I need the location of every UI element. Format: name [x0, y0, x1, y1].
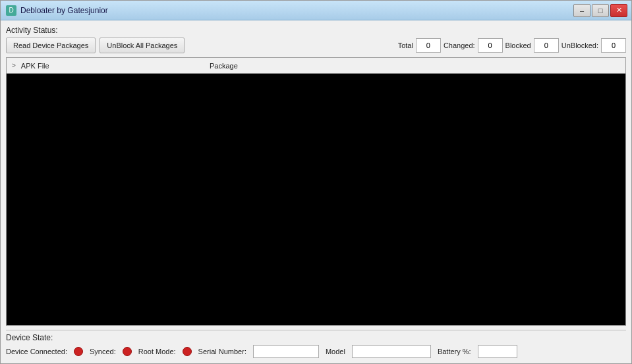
model-input[interactable]: [352, 345, 431, 358]
table-body[interactable]: [7, 74, 625, 325]
table-header: > APK File Package: [7, 58, 625, 74]
blocked-stat: Blocked: [505, 38, 559, 53]
total-label: Total: [398, 41, 413, 49]
serial-label: Serial Number:: [198, 348, 246, 355]
package-col-label: Package: [210, 62, 238, 70]
stats-group: Total Changed: Blocked UnBlocked:: [398, 38, 626, 53]
root-label: Root Mode:: [138, 348, 176, 355]
total-value[interactable]: [416, 38, 441, 53]
changed-value[interactable]: [478, 38, 503, 53]
device-state-label: Device State:: [6, 333, 626, 342]
main-content: Activity Status: Read Device Packages Un…: [1, 20, 631, 363]
title-bar-left: D Debloater by Gatesjunior: [6, 5, 108, 16]
unblocked-stat: UnBlocked:: [561, 38, 626, 53]
close-button[interactable]: ✕: [610, 4, 627, 17]
apk-col-label: APK File: [21, 62, 49, 70]
changed-label: Changed:: [444, 41, 475, 49]
changed-stat: Changed:: [444, 38, 503, 53]
minimize-button[interactable]: –: [573, 4, 590, 17]
serial-input[interactable]: [253, 345, 319, 358]
battery-input[interactable]: [478, 345, 517, 358]
unblocked-value[interactable]: [601, 38, 626, 53]
root-indicator: [183, 347, 192, 356]
synced-indicator: [123, 347, 132, 356]
activity-row: Read Device Packages UnBlock All Package…: [6, 38, 626, 53]
title-bar: D Debloater by Gatesjunior – □ ✕: [1, 1, 631, 20]
activity-section: Activity Status: Read Device Packages Un…: [6, 26, 626, 53]
battery-label: Battery %:: [438, 348, 471, 355]
total-stat: Total: [398, 38, 441, 53]
blocked-value[interactable]: [534, 38, 559, 53]
apk-column-header: > APK File: [9, 62, 207, 70]
device-state-row: Device Connected: Synced: Root Mode: Ser…: [6, 345, 626, 358]
window-title: Debloater by Gatesjunior: [20, 6, 108, 15]
device-state-section: Device State: Device Connected: Synced: …: [6, 330, 626, 358]
app-icon: D: [6, 5, 16, 16]
blocked-label: Blocked: [505, 41, 531, 49]
expand-icon: >: [12, 62, 16, 69]
package-column-header: Package: [207, 62, 623, 70]
connected-indicator: [74, 347, 83, 356]
unblock-all-button[interactable]: UnBlock All Packages: [100, 38, 185, 53]
main-window: D Debloater by Gatesjunior – □ ✕ Activit…: [0, 0, 632, 364]
packages-table: > APK File Package: [6, 57, 626, 326]
window-controls: – □ ✕: [573, 4, 627, 17]
model-label: Model: [326, 348, 345, 355]
maximize-button[interactable]: □: [592, 4, 609, 17]
read-packages-button[interactable]: Read Device Packages: [6, 38, 96, 53]
activity-label: Activity Status:: [6, 26, 626, 35]
unblocked-label: UnBlocked:: [561, 41, 598, 49]
synced-label: Synced:: [90, 348, 116, 355]
connected-label: Device Connected:: [6, 348, 67, 355]
